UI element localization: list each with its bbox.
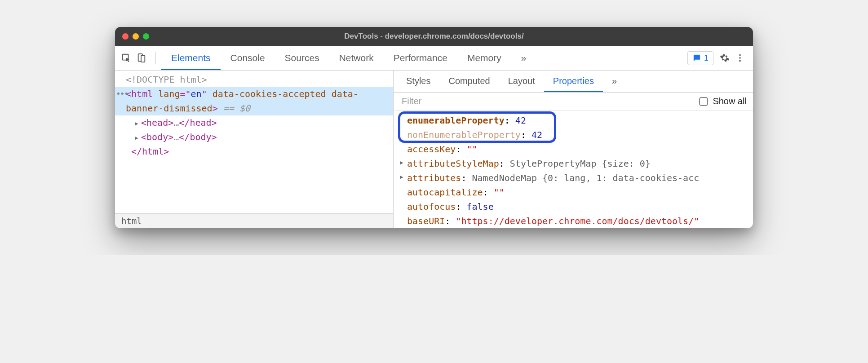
settings-icon[interactable]: [718, 51, 731, 65]
subtab-styles[interactable]: Styles: [397, 71, 439, 92]
tab-memory[interactable]: Memory: [457, 46, 511, 70]
tab-console[interactable]: Console: [221, 46, 275, 70]
show-all-checkbox[interactable]: [699, 97, 708, 106]
tabs-overflow-button[interactable]: »: [511, 46, 536, 70]
property-row[interactable]: autofocus: false: [397, 199, 753, 214]
svg-point-3: [739, 54, 741, 56]
minimize-window-button[interactable]: [133, 33, 139, 40]
devtools-window: DevTools - developer.chrome.com/docs/dev…: [115, 27, 753, 228]
properties-list[interactable]: enumerableProperty: 42 nonEnumerableProp…: [394, 111, 753, 228]
tab-sources[interactable]: Sources: [275, 46, 329, 70]
main-toolbar: Elements Console Sources Network Perform…: [115, 46, 753, 71]
dom-head-element[interactable]: ▶<head>…</head>: [115, 115, 393, 130]
console-messages-count: 1: [704, 53, 709, 63]
show-all-label: Show all: [713, 96, 747, 106]
selected-node-indicator: == $0: [218, 103, 250, 114]
expand-triangle-icon[interactable]: ▶: [135, 119, 141, 128]
filter-row: Show all: [394, 93, 753, 111]
svg-point-4: [739, 57, 741, 59]
maximize-window-button[interactable]: [143, 33, 149, 40]
dom-html-close[interactable]: </html>: [115, 144, 393, 159]
breadcrumb[interactable]: html: [115, 213, 393, 228]
side-panel-tabs: Styles Computed Layout Properties »: [394, 71, 753, 93]
more-options-icon[interactable]: [733, 51, 747, 65]
device-toolbar-icon[interactable]: [135, 51, 148, 65]
close-window-button[interactable]: [122, 33, 128, 40]
elements-pane: <!DOCTYPE html> •••<html lang="en" data-…: [115, 71, 394, 228]
main-split: <!DOCTYPE html> •••<html lang="en" data-…: [115, 71, 753, 228]
svg-point-5: [739, 60, 741, 62]
property-row[interactable]: enumerableProperty: 42: [397, 113, 753, 128]
property-row[interactable]: autocapitalize: "": [397, 185, 753, 199]
property-row[interactable]: nonEnumerableProperty: 42: [397, 128, 753, 142]
subtab-computed[interactable]: Computed: [439, 71, 499, 92]
window-title: DevTools - developer.chrome.com/docs/dev…: [115, 32, 753, 41]
expand-triangle-icon[interactable]: ▶: [135, 133, 141, 143]
property-row[interactable]: baseURI: "https://developer.chrome.com/d…: [397, 214, 753, 228]
dom-doctype[interactable]: <!DOCTYPE html>: [115, 72, 393, 87]
property-row[interactable]: accessKey: "": [397, 142, 753, 156]
tab-elements[interactable]: Elements: [161, 46, 221, 70]
dom-html-element[interactable]: •••<html lang="en" data-cookies-accepted…: [115, 87, 393, 115]
property-row[interactable]: ▶attributeStyleMap: StylePropertyMap {si…: [397, 156, 753, 171]
subtab-properties[interactable]: Properties: [544, 71, 603, 92]
inspect-element-icon[interactable]: [120, 51, 133, 65]
traffic-lights: [122, 33, 149, 40]
toolbar-separator: [155, 52, 156, 64]
titlebar: DevTools - developer.chrome.com/docs/dev…: [115, 27, 753, 46]
svg-rect-2: [141, 56, 145, 62]
dom-tree[interactable]: <!DOCTYPE html> •••<html lang="en" data-…: [115, 71, 393, 213]
expand-triangle-icon[interactable]: ▶: [400, 158, 403, 168]
console-messages-button[interactable]: 1: [687, 51, 713, 65]
filter-input[interactable]: [402, 96, 699, 106]
ellipsis-gutter-icon: •••: [116, 88, 128, 101]
main-tabs: Elements Console Sources Network Perform…: [161, 46, 536, 70]
expand-triangle-icon[interactable]: ▶: [400, 173, 403, 182]
side-panel: Styles Computed Layout Properties » Show…: [394, 71, 753, 228]
tab-performance[interactable]: Performance: [384, 46, 457, 70]
subtab-layout[interactable]: Layout: [499, 71, 544, 92]
tab-network[interactable]: Network: [329, 46, 384, 70]
subtabs-overflow-button[interactable]: »: [603, 71, 626, 92]
property-row[interactable]: ▶attributes: NamedNodeMap {0: lang, 1: d…: [397, 171, 753, 185]
dom-body-element[interactable]: ▶<body>…</body>: [115, 130, 393, 144]
